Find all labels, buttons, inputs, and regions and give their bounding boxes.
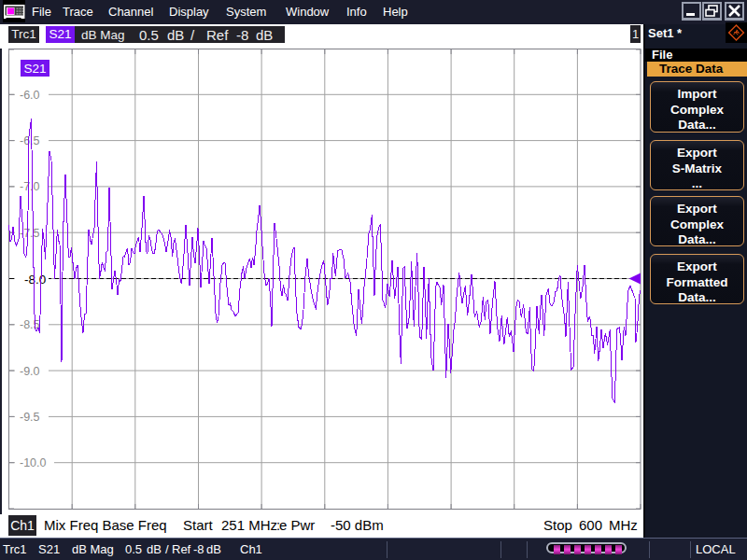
svg-text:-8.5: -8.5 — [20, 318, 40, 331]
svg-text:-6.0: -6.0 — [20, 89, 40, 102]
svg-text:-9.5: -9.5 — [20, 411, 40, 424]
svg-text:-10.0: -10.0 — [20, 456, 47, 469]
svg-text:-9.0: -9.0 — [20, 365, 40, 378]
svg-text:S21: S21 — [23, 62, 46, 76]
svg-text:-6.5: -6.5 — [20, 134, 40, 147]
svg-text:-8.0: -8.0 — [24, 273, 46, 287]
svg-text:-7.0: -7.0 — [20, 180, 40, 193]
